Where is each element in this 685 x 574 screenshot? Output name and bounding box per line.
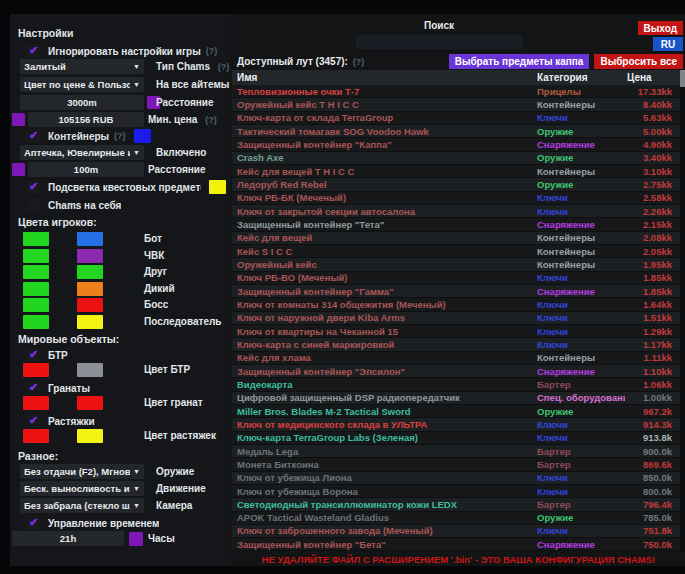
color-swatch[interactable] [23, 396, 49, 410]
table-row[interactable]: Кейс S I C C Контейнеры 2.05kk [232, 245, 680, 258]
table-row[interactable]: Светодиодный трансиллюминатор кожи LEDX … [232, 498, 680, 511]
table-row[interactable]: Ключ РБ-ВО (Меченый) Ключи 1.85kk [232, 272, 680, 285]
scrollbar[interactable] [680, 70, 685, 552]
table-row[interactable]: Ключ от наружной двери Kiba Arms Ключи 1… [232, 312, 680, 325]
help-icon[interactable]: (?) [114, 131, 126, 141]
grenades-row[interactable]: ✔ Гранаты [26, 381, 226, 395]
table-row[interactable]: Ключ-карта с синей маркировкой Ключи 1.1… [232, 338, 680, 351]
color-swatch[interactable] [77, 282, 103, 296]
self-chams-row[interactable]: ✔ Chams на себя [26, 198, 226, 212]
scrollbar-thumb[interactable] [680, 70, 685, 87]
color-swatch[interactable] [77, 298, 103, 312]
table-row[interactable]: Оружейный кейс Контейнеры 1.95kk [232, 258, 680, 271]
table-row[interactable]: Ключ от заброшенного завода (Меченый) Кл… [232, 525, 680, 538]
select-kappa-items-button[interactable]: Выбрать предметы каппа [449, 54, 590, 69]
table-row[interactable]: Кейс для вещей T H I C C Контейнеры 3.10… [232, 165, 680, 178]
table-row[interactable]: Защищенный контейнер "Эпсилон" Снаряжени… [232, 365, 680, 378]
column-header-price[interactable]: Цена [625, 72, 680, 83]
table-row[interactable]: Miller Bros. Blades M-2 Tactical Sword О… [232, 405, 680, 418]
color-swatch[interactable] [12, 113, 25, 126]
table-row[interactable]: Ключ-карта TerraGroup Labs (Зеленая) Клю… [232, 432, 680, 445]
color-swatch[interactable] [77, 232, 103, 246]
color-swatch[interactable] [23, 282, 49, 296]
color-swatch[interactable] [134, 129, 151, 143]
table-row[interactable]: Ключ от убежища Лиона Ключи 850.0k [232, 472, 680, 485]
table-row[interactable]: Медаль Lega Бартер 900.0k [232, 445, 680, 458]
table-row[interactable]: Кейс для хлама Контейнеры 1.11kk [232, 352, 680, 365]
color-swatch[interactable] [77, 265, 103, 279]
camera-select[interactable]: Без забрала (стекло шлема) ▼ [20, 498, 144, 513]
column-header-name[interactable]: Имя [232, 72, 537, 83]
color-swatch[interactable] [12, 163, 25, 176]
checkbox-icon[interactable]: ✔ [26, 348, 41, 362]
table-row[interactable]: Crash Axe Оружие 3.40kk [232, 152, 680, 165]
containers-row[interactable]: ✔ Контейнеры (?) [26, 129, 226, 143]
table-row[interactable]: APOK Tactical Wasteland Gladius Оружие 7… [232, 512, 680, 525]
help-icon[interactable]: (?) [353, 57, 365, 67]
color-swatch[interactable] [77, 429, 103, 443]
table-row[interactable]: Видеокарта Бартер 1.06kk [232, 378, 680, 391]
table-row[interactable]: Защищенный контейнер "Бета" Снаряжение 7… [232, 538, 680, 551]
btr-row[interactable]: ✔ БТР [26, 348, 226, 362]
color-swatch[interactable] [77, 315, 103, 329]
color-swatch[interactable] [77, 363, 103, 377]
table-row[interactable]: Защищенный контейнер "Каппа" Снаряжение … [232, 138, 680, 151]
checkbox-icon[interactable]: ✔ [26, 381, 41, 395]
checkbox-icon[interactable]: ✔ [26, 198, 41, 212]
checkbox-icon[interactable]: ✔ [26, 180, 41, 194]
help-icon[interactable]: (?) [206, 46, 218, 56]
color-swatch[interactable] [77, 396, 103, 410]
table-row[interactable]: Цифровой защищенный DSP радиопередатчик … [232, 392, 680, 405]
table-row[interactable]: Ключ от комнаты 314 общежития (Меченый) … [232, 298, 680, 311]
color-swatch[interactable] [129, 532, 143, 546]
checkbox-icon[interactable]: ✔ [26, 129, 41, 143]
column-header-category[interactable]: Категория [537, 72, 625, 83]
color-swatch[interactable] [23, 298, 49, 312]
color-swatch[interactable] [209, 180, 226, 194]
table-row[interactable]: Ключ РБ-БК (Меченый) Ключи 2.58kk [232, 192, 680, 205]
search-input[interactable] [356, 35, 522, 49]
color-swatch[interactable] [23, 429, 49, 443]
time-control-row[interactable]: ✔ Управление временем [26, 516, 226, 530]
chams-type-select[interactable]: Залитый ▼ [20, 59, 144, 74]
color-swatch[interactable] [23, 232, 49, 246]
help-icon[interactable]: (?) [218, 62, 230, 72]
hours-input[interactable]: 21h [12, 531, 124, 546]
table-row[interactable]: Монета Биткоина Бартер 869.6k [232, 458, 680, 471]
table-row[interactable]: Тактический томагавк SOG Voodoo Hawk Ору… [232, 125, 680, 138]
item-distance-input[interactable]: 3000m [20, 95, 144, 110]
ignore-game-settings-row[interactable]: ✔ Игнорировать настройки игры (?) [26, 44, 226, 58]
min-price-input[interactable]: 105156 RUB [28, 112, 144, 127]
containers-filter-select[interactable]: Аптечка, Ювелирные и... ▼ [20, 145, 144, 160]
table-row[interactable]: Защищенный контейнер "Тета" Снаряжение 2… [232, 218, 680, 231]
checkbox-icon[interactable]: ✔ [26, 44, 41, 58]
table-row[interactable]: Ледоруб Red Rebel Оружие 2.75kk [232, 178, 680, 191]
color-swatch[interactable] [23, 249, 49, 263]
help-icon[interactable]: (?) [205, 115, 217, 125]
table-row[interactable]: Оружейный кейс T H I C C Контейнеры 8.40… [232, 98, 680, 111]
checkbox-icon[interactable]: ✔ [26, 516, 41, 530]
weapon-select[interactable]: Без отдачи (F2), Мгновенное п ▼ [20, 464, 144, 479]
discard-all-button[interactable]: Выбросить все [594, 54, 683, 69]
table-row[interactable]: Ключ-карта от склада TerraGroup Ключи 5.… [232, 112, 680, 125]
table-row[interactable]: Ключ от медицинского склада в УЛЬТРА Клю… [232, 418, 680, 431]
color-swatch[interactable] [23, 315, 49, 329]
loot-controls: Доступный лут (3457): (?) Выбрать предме… [237, 54, 683, 69]
table-row[interactable]: Защищенный контейнер "Гамма" Снаряжение … [232, 285, 680, 298]
table-row[interactable]: Ключ от убежища Ворона Ключи 800.0k [232, 485, 680, 498]
table-row[interactable]: Кейс для вещей Контейнеры 2.08kk [232, 232, 680, 245]
table-row[interactable]: Ключ от квартиры на Чеканной 15 Ключи 1.… [232, 325, 680, 338]
checkbox-icon[interactable]: ✔ [26, 414, 41, 428]
quest-highlight-row[interactable]: ✔ Подсветка квестовых предметов [26, 180, 226, 194]
item-color-mode-select[interactable]: Цвет по цене & Пользователь ▼ [20, 77, 144, 92]
color-swatch[interactable] [23, 265, 49, 279]
language-button[interactable]: RU [653, 37, 683, 51]
exit-button[interactable]: Выход [638, 21, 683, 35]
movement-select[interactable]: Беск. выносливость и нет уста ▼ [20, 481, 144, 496]
tripwires-row[interactable]: ✔ Растяжки [26, 414, 226, 428]
table-row[interactable]: Тепловизионные очки Т-7 Прицелы 17.33kk [232, 85, 680, 98]
color-swatch[interactable] [77, 249, 103, 263]
color-swatch[interactable] [23, 363, 49, 377]
table-row[interactable]: Ключ от закрытой секции автосалона Ключи… [232, 205, 680, 218]
containers-distance-input[interactable]: 100m [28, 162, 144, 177]
